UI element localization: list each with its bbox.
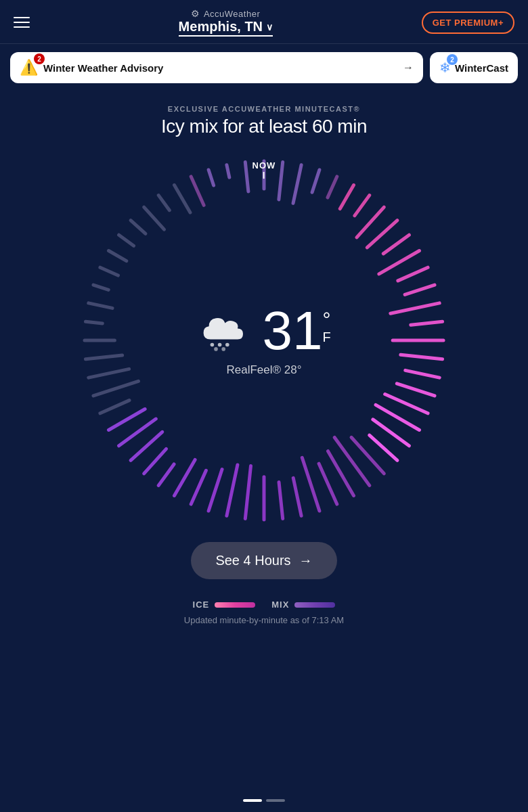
svg-line-53 (144, 207, 164, 229)
indicator-dot-inactive (266, 799, 285, 802)
svg-line-58 (227, 165, 229, 177)
svg-line-47 (89, 303, 112, 308)
svg-line-19 (385, 394, 428, 413)
chevron-down-icon: ∨ (266, 22, 273, 32)
svg-line-12 (405, 285, 435, 294)
svg-line-48 (93, 285, 108, 290)
mix-bar (294, 602, 335, 608)
svg-line-26 (319, 464, 337, 504)
svg-line-54 (158, 196, 169, 210)
svg-line-51 (119, 235, 134, 246)
svg-line-6 (355, 196, 370, 216)
svg-line-46 (85, 321, 102, 323)
svg-line-1 (279, 162, 283, 199)
location-text: Memphis, TN (179, 19, 263, 35)
legend-ice: ICE (193, 600, 256, 610)
alert-arrow: → (403, 62, 414, 74)
svg-line-22 (370, 435, 397, 460)
radial-chart-svg (74, 151, 454, 530)
svg-line-37 (144, 449, 167, 474)
svg-line-14 (411, 321, 443, 325)
svg-line-29 (279, 482, 283, 519)
legend-row: ICE MIX (193, 600, 336, 610)
svg-line-44 (85, 355, 122, 359)
wintercast-card[interactable]: ❄ 2 WinterCast (430, 52, 518, 83)
svg-line-56 (191, 177, 204, 205)
svg-line-17 (405, 370, 439, 378)
svg-line-4 (328, 177, 337, 198)
mix-label: MIX (271, 600, 289, 610)
snow-badge: 2 (447, 54, 458, 65)
wintercast-label: WinterCast (455, 62, 508, 74)
minutecast-eyebrow: EXCLUSIVE ACCUWEATHER MINUTECAST® (168, 105, 360, 113)
now-text: NOW (252, 160, 276, 171)
indicator-dot-active (243, 799, 262, 802)
snow-icon-wrapper: ❄ 2 (439, 60, 451, 76)
ice-label: ICE (193, 600, 210, 610)
svg-line-9 (383, 235, 409, 254)
svg-line-31 (245, 466, 250, 518)
svg-line-16 (401, 355, 443, 359)
svg-line-24 (334, 437, 370, 485)
now-label: NOW (252, 160, 276, 179)
svg-line-32 (227, 465, 238, 516)
updated-text: Updated minute-by-minute as of 7:13 AM (184, 615, 344, 625)
see-hours-label: See 4 Hours (215, 553, 290, 568)
menu-button[interactable] (14, 17, 30, 28)
svg-line-28 (293, 478, 301, 516)
svg-line-27 (302, 457, 320, 511)
alert-badge: 2 (34, 53, 45, 64)
svg-line-7 (357, 207, 384, 238)
alert-section: ⚠️ 2 Winter Weather Advisory → ❄ 2 Winte… (0, 44, 528, 91)
svg-line-18 (397, 384, 435, 396)
svg-line-5 (340, 185, 353, 209)
svg-line-55 (175, 185, 190, 213)
location-selector[interactable]: Memphis, TN ∨ (179, 19, 273, 37)
legend-mix: MIX (271, 600, 335, 610)
header-center: ⚙ AccuWeather Memphis, TN ∨ (179, 8, 273, 37)
svg-line-36 (158, 464, 174, 485)
app-name: AccuWeather (204, 9, 260, 19)
app-title: ⚙ AccuWeather (191, 8, 260, 19)
svg-line-34 (191, 470, 206, 504)
see-hours-button[interactable]: See 4 Hours → (191, 542, 336, 579)
svg-line-35 (175, 459, 196, 495)
now-tick (263, 172, 265, 179)
svg-line-40 (109, 409, 146, 430)
svg-line-50 (109, 251, 127, 261)
radial-minutecast: NOW 31 ° F (74, 151, 454, 530)
alert-text: Winter Weather Advisory (43, 62, 397, 74)
svg-line-57 (208, 170, 213, 185)
main-content: EXCLUSIVE ACCUWEATHER MINUTECAST® Icy mi… (0, 91, 528, 579)
svg-line-52 (131, 221, 146, 234)
svg-line-2 (293, 165, 301, 204)
see-hours-arrow: → (299, 553, 313, 568)
svg-line-33 (208, 470, 222, 511)
svg-line-3 (312, 170, 320, 192)
premium-button[interactable]: GET PREMIUM+ (422, 12, 514, 34)
sun-icon: ⚙ (191, 8, 200, 19)
svg-line-49 (100, 267, 118, 275)
svg-line-41 (100, 401, 129, 413)
svg-line-59 (245, 162, 248, 191)
minutecast-description: Icy mix for at least 60 min (161, 116, 367, 137)
winter-advisory-card[interactable]: ⚠️ 2 Winter Weather Advisory → (10, 52, 423, 83)
page-indicator (243, 799, 285, 802)
legend-section: ICE MIX Updated minute-by-minute as of 7… (0, 600, 528, 625)
header: ⚙ AccuWeather Memphis, TN ∨ GET PREMIUM+ (0, 0, 528, 44)
svg-line-13 (391, 303, 439, 313)
svg-line-8 (367, 221, 397, 248)
ice-bar (215, 602, 255, 608)
alert-icon-wrapper: ⚠️ 2 (20, 59, 38, 76)
svg-line-42 (93, 381, 138, 396)
svg-line-43 (89, 369, 129, 378)
svg-line-11 (398, 267, 428, 281)
